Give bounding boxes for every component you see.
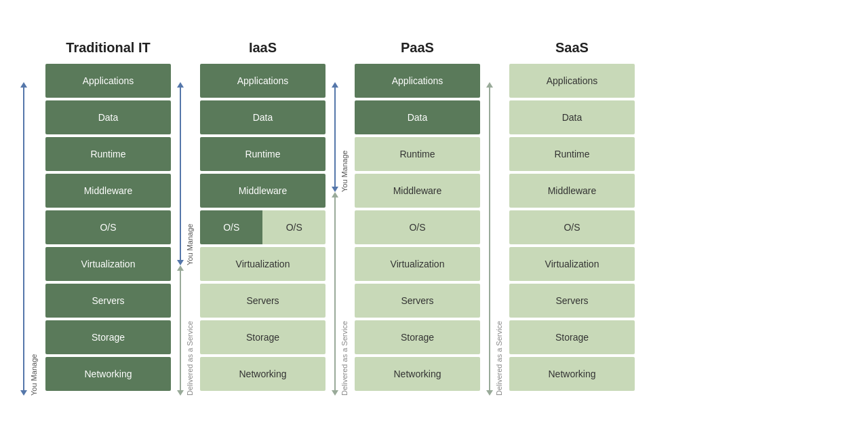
list-item: Virtualization: [355, 247, 480, 281]
list-item: Networking: [45, 357, 171, 391]
list-item: Applications: [45, 64, 171, 98]
list-item: Virtualization: [509, 247, 635, 281]
arrow-head-down: [332, 390, 338, 396]
saas-title: SaaS: [555, 40, 589, 56]
list-item: Middleware: [509, 174, 635, 208]
arrow-head-down: [332, 187, 338, 192]
you-manage-label-paas: You Manage: [340, 82, 349, 192]
iaas-arrows: You Manage Delivered as a Service: [177, 40, 194, 396]
list-item: Data: [355, 100, 480, 134]
list-item: Data: [200, 100, 326, 134]
iaas-title: IaaS: [249, 40, 277, 56]
traditional-it-column: Traditional IT Applications Data Runtime…: [42, 40, 174, 391]
list-item: O/S: [45, 210, 171, 244]
paas-arrows: You Manage Delivered as a Service: [332, 40, 349, 396]
list-item: Storage: [200, 320, 326, 354]
list-item: Servers: [509, 284, 635, 318]
paas-stack: Applications Data Runtime Middleware O/S…: [355, 64, 480, 391]
saas-arrows: Delivered as a Service: [486, 40, 503, 396]
arrow-head-down: [20, 390, 27, 396]
list-item: Virtualization: [45, 247, 171, 281]
list-item: Storage: [45, 320, 171, 354]
list-item: Runtime: [45, 137, 171, 171]
traditional-it-arrows: You Manage: [20, 40, 38, 396]
paas-title: PaaS: [401, 40, 434, 56]
list-item: Servers: [355, 284, 480, 318]
arrow-head-up: [332, 82, 338, 88]
list-item: O/S: [509, 210, 635, 244]
arrow-shaft: [23, 88, 24, 390]
list-item: Runtime: [509, 137, 635, 171]
list-item: Servers: [45, 284, 171, 318]
arrow-shaft: [334, 197, 336, 390]
list-item: Storage: [355, 320, 480, 354]
list-item: Servers: [200, 284, 326, 318]
you-manage-label: You Manage: [30, 82, 38, 396]
arrow-head-up: [20, 82, 27, 88]
iaas-stack: Applications Data Runtime Middleware O/S…: [200, 64, 326, 391]
arrow-shaft: [180, 88, 181, 260]
list-item: Applications: [355, 64, 480, 98]
arrow-head-down: [486, 390, 493, 396]
you-manage-label-iaas: You Manage: [186, 82, 194, 265]
list-item: Data: [509, 100, 635, 134]
arrow-head-down: [177, 390, 184, 396]
list-item: Networking: [200, 357, 326, 391]
delivered-arrow-saas: [486, 82, 493, 396]
you-manage-arrow-traditional: [20, 82, 27, 396]
delivered-label-paas: Delivered as a Service: [340, 192, 349, 396]
iaas-column: IaaS Applications Data Runtime Middlewar…: [197, 40, 329, 391]
list-item: Networking: [355, 357, 480, 391]
list-item: Applications: [200, 64, 326, 98]
list-item: O/S O/S: [200, 210, 326, 244]
list-item: Applications: [509, 64, 635, 98]
list-item: Networking: [509, 357, 635, 391]
arrow-head-up: [177, 265, 184, 271]
arrow-shaft: [334, 88, 336, 187]
list-item: Virtualization: [200, 247, 326, 281]
list-item: Middleware: [45, 174, 171, 208]
traditional-it-stack: Applications Data Runtime Middleware O/S…: [45, 64, 171, 391]
saas-stack: Applications Data Runtime Middleware O/S…: [509, 64, 635, 391]
you-manage-arrow-paas: [332, 82, 338, 192]
list-item: Runtime: [200, 137, 326, 171]
saas-column: SaaS Applications Data Runtime Middlewar…: [506, 40, 638, 391]
delivered-arrow-iaas: [177, 265, 184, 396]
arrow-head-down: [177, 260, 184, 265]
arrow-shaft: [180, 271, 181, 390]
traditional-it-title: Traditional IT: [66, 40, 150, 56]
diagram-container: You Manage Traditional IT Applications D…: [0, 26, 868, 409]
arrow-shaft: [489, 88, 490, 390]
os-label-light: O/S: [263, 210, 326, 244]
os-label-dark: O/S: [200, 210, 263, 244]
delivered-label-saas: Delivered as a Service: [495, 82, 503, 396]
list-item: Middleware: [355, 174, 480, 208]
paas-column: PaaS Applications Data Runtime Middlewar…: [351, 40, 484, 391]
delivered-arrow-paas: [332, 192, 338, 396]
list-item: Storage: [509, 320, 635, 354]
list-item: Middleware: [200, 174, 326, 208]
arrow-head-up: [177, 82, 184, 88]
arrow-head-up: [332, 192, 338, 197]
list-item: Runtime: [355, 137, 480, 171]
list-item: O/S: [355, 210, 480, 244]
list-item: Data: [45, 100, 171, 134]
arrow-head-up: [486, 82, 493, 88]
delivered-label-iaas: Delivered as a Service: [186, 265, 194, 396]
you-manage-arrow-iaas: [177, 82, 184, 265]
